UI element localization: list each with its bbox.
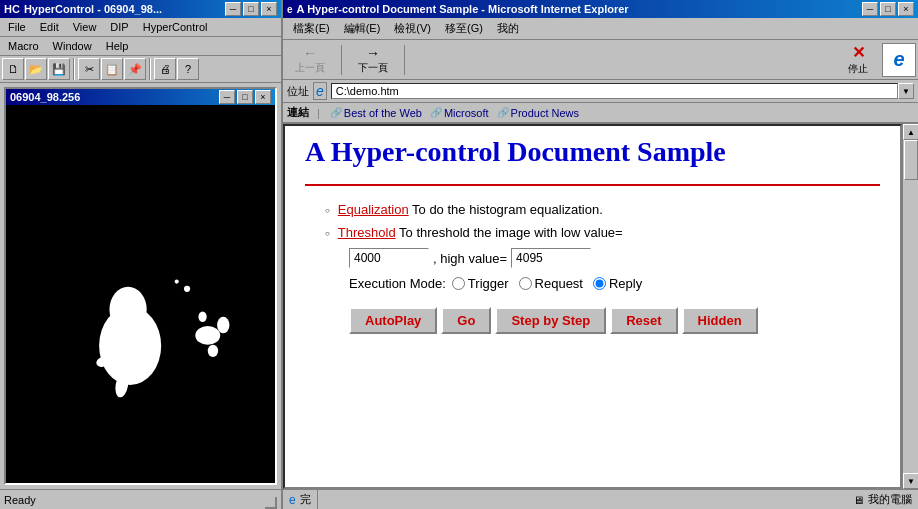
stop-icon: ✕ xyxy=(852,43,865,62)
left-panel: HC HyperControl - 06904_98... ─ □ × File… xyxy=(0,0,283,509)
ie-status-bar: e 完 🖥 我的電腦 xyxy=(283,489,918,509)
scroll-thumb[interactable] xyxy=(904,140,918,180)
menu-macro[interactable]: Macro xyxy=(2,38,45,54)
tb-sep-1 xyxy=(73,58,75,80)
step-by-step-btn[interactable]: Step by Step xyxy=(495,307,606,334)
link-microsoft[interactable]: 🔗 Microsoft xyxy=(428,106,491,120)
address-label: 位址 xyxy=(287,84,309,99)
browser-scrollbar: ▲ ▼ xyxy=(902,124,918,489)
tb-open-btn[interactable]: 📂 xyxy=(25,58,47,80)
image-close-btn[interactable]: × xyxy=(255,90,271,104)
image-svg xyxy=(6,105,275,483)
left-app-icon: HC xyxy=(4,3,20,15)
radio-trigger[interactable]: Trigger xyxy=(452,276,509,291)
ie-maximize-btn[interactable]: □ xyxy=(880,2,896,16)
links-bar: 連結 | 🔗 Best of the Web 🔗 Microsoft 🔗 Pro… xyxy=(283,103,918,124)
ie-title-text: A Hyper-control Document Sample - Micros… xyxy=(297,3,629,15)
menu-edit[interactable]: Edit xyxy=(34,19,65,35)
address-input-wrapper: ▼ xyxy=(331,83,914,99)
ie-back-btn[interactable]: ← 上一頁 xyxy=(285,44,335,76)
ie-menu-file[interactable]: 檔案(E) xyxy=(287,19,336,38)
tb-print-btn[interactable]: 🖨 xyxy=(154,58,176,80)
button-row: AutoPlay Go Step by Step Reset Hidden xyxy=(349,307,880,334)
left-title-controls: ─ □ × xyxy=(225,2,277,16)
left-maximize-btn[interactable]: □ xyxy=(243,2,259,16)
ie-stop-label: 停止 xyxy=(848,62,868,76)
ie-stop-btn[interactable]: ✕ 停止 xyxy=(842,42,874,77)
high-label: , high value= xyxy=(433,251,507,266)
ie-forward-btn[interactable]: → 下一頁 xyxy=(348,44,398,76)
radio-reply-input[interactable] xyxy=(593,277,606,290)
link-icon-3: 🔗 xyxy=(497,107,509,118)
tb-copy-btn[interactable]: 📋 xyxy=(101,58,123,80)
menu-dip[interactable]: DIP xyxy=(104,19,134,35)
ie-menu-view[interactable]: 檢視(V) xyxy=(388,19,437,38)
equalization-link[interactable]: Equalization xyxy=(338,202,409,217)
low-value-input[interactable] xyxy=(349,248,429,268)
ie-title-left: e A Hyper-control Document Sample - Micr… xyxy=(287,3,629,15)
menu-hypercontrol[interactable]: HyperControl xyxy=(137,19,214,35)
link-icon-2: 🔗 xyxy=(430,107,442,118)
ie-status-computer: 我的電腦 xyxy=(868,492,912,507)
left-title-text: HyperControl - 06904_98... xyxy=(24,3,162,15)
list-item-1-content: Equalization To do the histogram equaliz… xyxy=(338,202,603,217)
svg-point-6 xyxy=(217,317,229,334)
execution-label: Execution Mode: xyxy=(349,276,446,291)
left-status-grip xyxy=(265,497,277,509)
image-maximize-btn[interactable]: □ xyxy=(237,90,253,104)
svg-point-5 xyxy=(195,326,220,345)
tb-new-btn[interactable]: 🗋 xyxy=(2,58,24,80)
tb-cut-btn[interactable]: ✂ xyxy=(78,58,100,80)
nav-sep-1 xyxy=(341,45,342,75)
menu-file[interactable]: File xyxy=(2,19,32,35)
autoplay-btn[interactable]: AutoPlay xyxy=(349,307,437,334)
address-page-icon: e xyxy=(313,82,327,100)
high-value-input[interactable] xyxy=(511,248,591,268)
left-title-bar: HC HyperControl - 06904_98... ─ □ × xyxy=(0,0,281,18)
ie-logo: e xyxy=(882,43,916,77)
image-title-controls: ─ □ × xyxy=(219,90,271,104)
ie-close-btn[interactable]: × xyxy=(898,2,914,16)
radio-request[interactable]: Request xyxy=(519,276,583,291)
root: HC HyperControl - 06904_98... ─ □ × File… xyxy=(0,0,918,509)
address-dropdown-btn[interactable]: ▼ xyxy=(898,83,914,99)
links-sep: | xyxy=(317,107,320,119)
radio-trigger-label: Trigger xyxy=(468,276,509,291)
radio-request-input[interactable] xyxy=(519,277,532,290)
left-minimize-btn[interactable]: ─ xyxy=(225,2,241,16)
image-minimize-btn[interactable]: ─ xyxy=(219,90,235,104)
hidden-btn[interactable]: Hidden xyxy=(682,307,758,334)
ie-minimize-btn[interactable]: ─ xyxy=(862,2,878,16)
ie-menu-fav[interactable]: 我的 xyxy=(491,19,525,38)
tb-save-btn[interactable]: 💾 xyxy=(48,58,70,80)
scroll-up-btn[interactable]: ▲ xyxy=(903,124,918,140)
reset-btn[interactable]: Reset xyxy=(610,307,677,334)
tb-help-btn[interactable]: ? xyxy=(177,58,199,80)
browser-area: A Hyper-control Document Sample ○ Equali… xyxy=(283,124,918,489)
left-toolbar: 🗋 📂 💾 ✂ 📋 📌 🖨 ? xyxy=(0,56,281,83)
svg-point-2 xyxy=(109,287,146,333)
left-title-left: HC HyperControl - 06904_98... xyxy=(4,3,162,15)
ie-menu-edit[interactable]: 編輯(E) xyxy=(338,19,387,38)
svg-point-7 xyxy=(208,345,218,357)
image-title-text: 06904_98.256 xyxy=(10,91,80,103)
ie-title-controls: ─ □ × xyxy=(862,2,914,16)
radio-request-label: Request xyxy=(535,276,583,291)
go-btn[interactable]: Go xyxy=(441,307,491,334)
link-product-news[interactable]: 🔗 Product News xyxy=(495,106,581,120)
radio-trigger-input[interactable] xyxy=(452,277,465,290)
threshold-link[interactable]: Threshold xyxy=(338,225,396,240)
tb-paste-btn[interactable]: 📌 xyxy=(124,58,146,80)
menu-view[interactable]: View xyxy=(67,19,103,35)
ie-menu-goto[interactable]: 移至(G) xyxy=(439,19,489,38)
link-best-of-web[interactable]: 🔗 Best of the Web xyxy=(328,106,424,120)
menu-help[interactable]: Help xyxy=(100,38,135,54)
link-text-1: Best of the Web xyxy=(344,107,422,119)
menu-window[interactable]: Window xyxy=(47,38,98,54)
address-input[interactable] xyxy=(331,83,898,99)
ie-status-right: 🖥 我的電腦 xyxy=(847,492,918,507)
radio-reply[interactable]: Reply xyxy=(593,276,642,291)
svg-point-10 xyxy=(175,280,179,284)
left-close-btn[interactable]: × xyxy=(261,2,277,16)
scroll-down-btn[interactable]: ▼ xyxy=(903,473,918,489)
